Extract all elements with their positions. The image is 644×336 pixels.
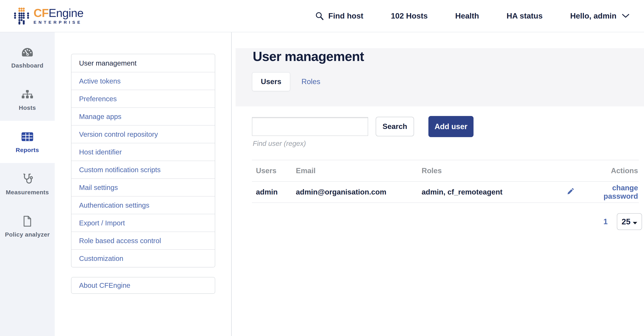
nav-hosts-count[interactable]: 102 Hosts [391,11,428,20]
settings-item-manage-apps[interactable]: Manage apps [72,107,215,125]
tab-roles[interactable]: Roles [302,78,320,86]
sidebar-item-hosts[interactable]: Hosts [0,79,55,121]
settings-item-active-tokens[interactable]: Active tokens [72,72,215,90]
change-password-label: change password [578,184,638,200]
settings-item-preferences[interactable]: Preferences [72,90,215,107]
page-number[interactable]: 1 [604,217,608,226]
settings-menu-card: User management Active tokens Preference… [71,54,215,267]
cfengine-mission-portal: CFEngine ENTERPRISE Find host 102 Hosts … [0,0,644,336]
sidebar-item-policy-analyzer[interactable]: Policy analyzer [0,205,55,248]
nav-health[interactable]: Health [455,11,479,20]
cfengine-logo[interactable]: CFEngine ENTERPRISE [14,5,84,26]
file-icon [23,215,32,228]
sidebar-label-policy-analyzer: Policy analyzer [5,231,50,238]
nav-user-menu[interactable]: Hello, admin [570,11,629,20]
sidebar-label-reports: Reports [16,147,39,154]
col-header-actions: Actions [567,167,639,175]
user-search-row: Search Add user [252,116,474,137]
sidebar-item-reports[interactable]: Reports [0,121,55,163]
cell-email: admin@organisation.com [296,188,422,196]
page-title: User management [253,50,364,63]
page-size-value: 25 [622,217,630,226]
logo-engine: Engine [48,6,84,19]
logo-cf: CF [34,6,48,19]
nav-ha-status[interactable]: HA status [507,11,543,20]
sidebar-item-measurements[interactable]: Measurements [0,163,55,205]
cell-roles: admin, cf_remoteagent [422,188,567,196]
table-grid-icon [21,130,33,143]
page-size-dropdown[interactable]: 25 [617,213,642,230]
sidebar-label-hosts: Hosts [19,104,36,111]
caret-down-icon [633,217,637,226]
chevron-down-icon [622,14,629,18]
top-navigation: Find host 102 Hosts Health HA status Hel… [315,11,629,20]
tab-users[interactable]: Users [252,72,290,91]
search-icon [315,11,324,20]
sidebar-label-measurements: Measurements [6,189,49,196]
users-table-header: Users Email Roles Actions [252,160,639,182]
settings-item-version-control-repository[interactable]: Version control repository [72,125,215,143]
add-user-button[interactable]: Add user [428,116,474,137]
search-button[interactable]: Search [376,117,414,136]
users-table: Users Email Roles Actions admin admin@or… [252,160,639,203]
settings-item-authentication-settings[interactable]: Authentication settings [72,196,215,214]
nav-find-host[interactable]: Find host [315,11,363,20]
settings-item-export-import[interactable]: Export / Import [72,214,215,232]
tab-bar: Users Roles [252,72,320,91]
stethoscope-icon [22,172,33,185]
pencil-icon [567,188,574,197]
logo-subtitle: ENTERPRISE [34,20,84,25]
col-header-users: Users [252,167,296,175]
change-password-link[interactable]: change password [567,184,638,200]
settings-item-about-cfengine[interactable]: About CFEngine [71,277,215,294]
col-header-roles: Roles [422,167,567,175]
nav-find-host-label: Find host [328,11,363,20]
find-user-hint: Find user (regex) [253,140,306,148]
cfengine-logo-text: CFEngine ENTERPRISE [34,7,84,25]
settings-item-user-management[interactable]: User management [72,54,215,72]
nav-user-greeting: Hello, admin [570,11,616,20]
cfengine-robot-icon [14,5,29,26]
sitemap-icon [21,88,34,101]
pagination: 1 25 [604,213,642,230]
sidebar-item-dashboard[interactable]: Dashboard [0,36,55,79]
col-header-email: Email [296,167,422,175]
settings-item-customization[interactable]: Customization [72,249,215,267]
sidebar-label-dashboard: Dashboard [11,62,43,69]
settings-item-mail-settings[interactable]: Mail settings [72,178,215,196]
top-navbar: CFEngine ENTERPRISE Find host 102 Hosts … [0,0,644,32]
main-content: User management Users Roles Search Add u… [232,32,644,336]
settings-item-custom-notification-scripts[interactable]: Custom notification scripts [72,161,215,178]
table-row: admin admin@organisation.com admin, cf_r… [252,182,639,203]
gauge-icon [21,46,34,59]
cell-user: admin [252,188,296,196]
find-user-input[interactable] [252,117,368,136]
settings-item-host-identifier[interactable]: Host identifier [72,143,215,161]
settings-item-role-based-access-control[interactable]: Role based access control [72,232,215,249]
panel-divider [231,32,232,336]
main-sidebar: Dashboard Hosts [0,32,55,336]
